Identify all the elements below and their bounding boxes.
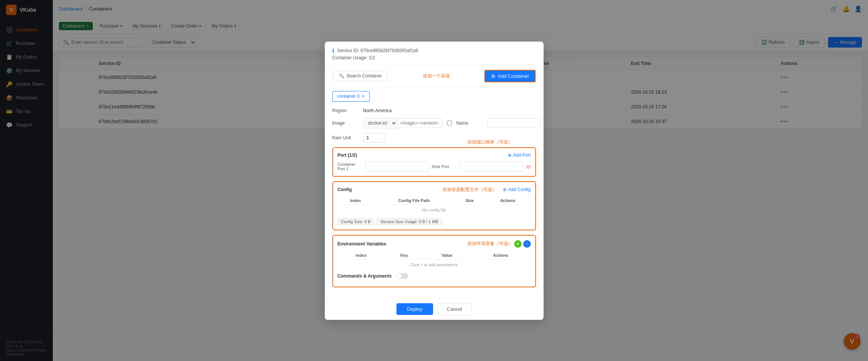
env-table: Index Key Value Actions Click + to add p…	[338, 251, 531, 270]
modal-body: Region: North America Image docker.io/ N…	[325, 102, 544, 298]
container-tabs: container 0 ✕	[325, 87, 544, 102]
config-footer: Config Size: 0 B Service Size Usage: 0 B…	[338, 218, 531, 225]
env-action-buttons: 添加环境变量（可选） + ↑	[467, 240, 531, 248]
add-container-annotation: 添加一个容器	[423, 73, 450, 79]
host-port-input[interactable]	[460, 162, 523, 171]
ram-input[interactable]	[363, 133, 386, 143]
add-port-icon: ⊕	[508, 153, 512, 158]
add-container-bar: 🔍 Search Container 添加一个容器 ⊕ Add Containe…	[325, 65, 544, 87]
config-header: Config 添加容器配置文件（可选） ⊕ Add Config	[338, 187, 531, 193]
port-row: Container Port 1 Host Port ⊖	[338, 162, 531, 171]
gpu-checkbox[interactable]	[447, 120, 452, 126]
port-annotation: 添加端口映射（可选）	[467, 139, 513, 145]
container-tab-close[interactable]: ✕	[362, 94, 365, 98]
image-label: Image	[332, 120, 359, 126]
port-section: Port (1/2) ⊕ Add Port 添加端口映射（可选） Contain…	[332, 147, 536, 177]
config-size-badge: Config Size: 0 B	[338, 218, 374, 225]
toggle-knob	[396, 273, 402, 279]
config-col-size: Size	[454, 197, 485, 205]
modal-usage: Container Usage: 1/2	[332, 55, 536, 60]
config-section: Config 添加容器配置文件（可选） ⊕ Add Config Index C…	[332, 181, 536, 230]
image-prefix: docker.io/	[363, 118, 442, 128]
info-icon: ℹ	[332, 48, 334, 54]
env-col-index: Index	[338, 251, 385, 259]
modal-header: ℹ Service ID: 670ce985626f7939265af1a6 C…	[325, 42, 544, 65]
modal: ℹ Service ID: 670ce985626f7939265af1a6 C…	[325, 42, 544, 320]
config-empty-row: No config file	[338, 204, 531, 215]
region-label: Region:	[332, 108, 359, 113]
config-col-path: Config File Path	[373, 197, 454, 205]
add-container-button[interactable]: ⊕ Add Container	[484, 70, 536, 82]
service-size-badge: Service Size Usage: 0 B / 1 MB	[377, 218, 441, 225]
container-port-input[interactable]	[366, 162, 429, 171]
config-empty-text: No config file	[338, 204, 531, 215]
env-title: Environment Variables	[338, 241, 386, 247]
modal-footer: Deploy Cancel	[325, 298, 544, 320]
image-source-select[interactable]: docker.io/	[363, 118, 397, 128]
add-port-link[interactable]: ⊕ Add Port	[508, 153, 531, 158]
config-table: Index Config File Path Size Actions No c…	[338, 197, 531, 215]
config-col-actions: Actions	[485, 197, 531, 205]
image-input[interactable]	[397, 118, 442, 128]
env-empty-text: Click + to add parameters	[338, 259, 531, 270]
env-col-actions: Actions	[471, 251, 531, 259]
modal-overlay: ℹ Service ID: 670ce985626f7939265af1a6 C…	[0, 0, 868, 361]
add-config-link[interactable]: ⊕ Add Config	[503, 187, 530, 192]
ram-label: Ram Unit	[332, 135, 359, 140]
env-header: Environment Variables 添加环境变量（可选） + ↑	[338, 240, 531, 248]
host-port-label: Host Port	[432, 164, 457, 169]
delete-port-icon[interactable]: ⊖	[526, 164, 531, 170]
config-annotation: 添加容器配置文件（可选）	[442, 187, 497, 193]
env-section: Environment Variables 添加环境变量（可选） + ↑ Ind…	[332, 235, 536, 287]
port-header: Port (1/2) ⊕ Add Port 添加端口映射（可选）	[338, 153, 531, 158]
config-col-index: Index	[338, 197, 374, 205]
region-row: Region: North America	[332, 108, 536, 113]
region-value: North America	[363, 108, 392, 113]
commands-row: Commands & Arguments	[338, 270, 531, 282]
search-container-icon: 🔍	[339, 73, 344, 79]
env-empty-row: Click + to add parameters	[338, 259, 531, 270]
search-container-button[interactable]: 🔍 Search Container	[332, 71, 388, 81]
env-upload-button[interactable]: ↑	[523, 240, 531, 248]
config-title: Config	[338, 187, 352, 192]
name-input[interactable]	[487, 118, 540, 128]
modal-service-id: Service ID: 670ce985626f7939265af1a6	[337, 48, 418, 53]
commands-label: Commands & Arguments	[338, 273, 392, 279]
name-label: Name	[456, 120, 483, 126]
add-icon: ⊕	[491, 73, 495, 79]
commands-toggle[interactable]	[396, 273, 408, 279]
env-col-value: Value	[423, 251, 471, 259]
env-annotation: 添加环境变量（可选）	[467, 241, 513, 247]
image-row: Image docker.io/ Name	[332, 118, 536, 128]
env-col-key: Key	[385, 251, 423, 259]
add-config-icon: ⊕	[503, 187, 507, 192]
deploy-button[interactable]: Deploy	[396, 303, 433, 315]
container-port-label: Container Port 1	[338, 162, 363, 171]
container-tab-0[interactable]: container 0 ✕	[332, 91, 370, 102]
env-add-button[interactable]: +	[514, 240, 522, 248]
port-title: Port (1/2)	[338, 153, 357, 158]
cancel-button[interactable]: Cancel	[438, 303, 472, 315]
